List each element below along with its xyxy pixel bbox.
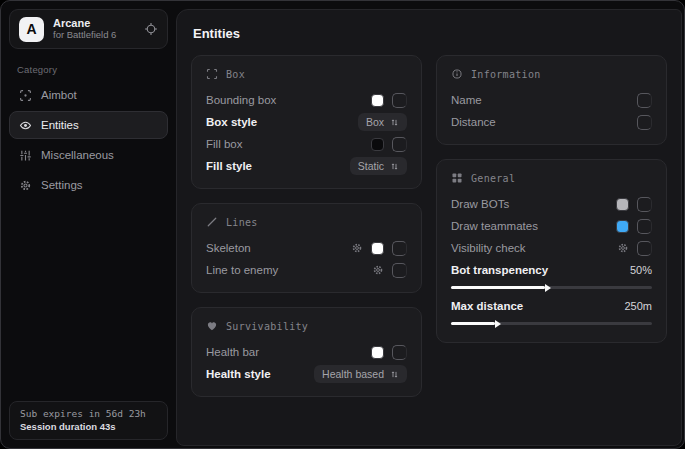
slider-value: 50% — [630, 264, 652, 276]
left-column: Box Bounding box Box style Box — [191, 55, 422, 397]
sub-expiry-text: Sub expires in 56d 23h — [20, 408, 157, 419]
color-swatch[interactable] — [371, 138, 384, 151]
setting-row-visibility-check: Visibility check — [451, 237, 652, 259]
sidebar-item-label: Settings — [41, 179, 83, 191]
setting-label: Bot transpenency — [451, 264, 548, 276]
sidebar-item-label: Entities — [41, 119, 79, 131]
brand-text: Arcane for Battlefield 6 — [53, 17, 135, 41]
color-swatch[interactable] — [616, 198, 629, 211]
general-section: General Draw BOTs Draw teammates — [436, 159, 667, 343]
updown-icon — [390, 370, 399, 379]
general-section-header: General — [451, 172, 652, 184]
bot-transparency-slider[interactable] — [451, 286, 652, 289]
page-title: Entities — [193, 26, 667, 41]
arcane-logo: A — [19, 17, 44, 42]
updown-icon — [390, 162, 399, 171]
brand-subtitle: for Battlefield 6 — [53, 30, 135, 41]
setting-label: Distance — [451, 116, 496, 128]
color-swatch[interactable] — [616, 220, 629, 233]
setting-label: Line to enemy — [206, 264, 278, 276]
sidebar-item-settings[interactable]: Settings — [9, 171, 168, 199]
brand-card: A Arcane for Battlefield 6 — [9, 9, 168, 49]
checkbox[interactable] — [392, 263, 407, 278]
color-swatch[interactable] — [371, 346, 384, 359]
setting-label: Box style — [206, 116, 257, 128]
checkbox[interactable] — [392, 345, 407, 360]
setting-label: Health bar — [206, 346, 259, 358]
checkbox[interactable] — [392, 93, 407, 108]
setting-row-health-style: Health style Health based — [206, 363, 407, 385]
gear-icon[interactable] — [372, 264, 384, 276]
survivability-section: Survivability Health bar Health style He… — [191, 307, 422, 397]
information-section-header: Information — [451, 68, 652, 80]
setting-row-distance: Distance — [451, 111, 652, 133]
slider-fill — [451, 322, 495, 325]
setting-label: Max distance — [451, 300, 523, 312]
section-title: Box — [226, 69, 245, 80]
setting-label: Draw teammates — [451, 220, 538, 232]
setting-label: Health style — [206, 368, 271, 380]
color-swatch[interactable] — [371, 94, 384, 107]
select-value: Box — [366, 116, 384, 128]
setting-label: Visibility check — [451, 242, 526, 254]
checkbox[interactable] — [637, 197, 652, 212]
checkbox[interactable] — [637, 241, 652, 256]
setting-label: Draw BOTs — [451, 198, 509, 210]
setting-row-bounding-box: Bounding box — [206, 89, 407, 111]
setting-row-max-distance: Max distance 250m — [451, 295, 652, 317]
sliders-icon — [19, 149, 32, 162]
setting-row-skeleton: Skeleton — [206, 237, 407, 259]
setting-row-health-bar: Health bar — [206, 341, 407, 363]
fill-style-select[interactable]: Static — [350, 157, 407, 175]
setting-label: Name — [451, 94, 482, 106]
setting-row-bot-transparency: Bot transpenency 50% — [451, 259, 652, 281]
gear-icon[interactable] — [617, 242, 629, 254]
checkbox[interactable] — [392, 241, 407, 256]
sidebar-item-label: Miscellaneous — [41, 149, 114, 161]
setting-row-box-style: Box style Box — [206, 111, 407, 133]
information-section: Information Name Distance — [436, 55, 667, 145]
color-swatch[interactable] — [371, 242, 384, 255]
session-duration-text: Session duration 43s — [20, 421, 157, 432]
slider-fill — [451, 286, 545, 289]
information-icon — [451, 68, 463, 80]
sidebar-item-miscellaneous[interactable]: Miscellaneous — [9, 141, 168, 169]
crosshair-icon[interactable] — [144, 22, 158, 36]
checkbox[interactable] — [637, 219, 652, 234]
setting-row-line-to-enemy: Line to enemy — [206, 259, 407, 281]
lines-section: Lines Skeleton — [191, 203, 422, 293]
category-label: Category — [17, 64, 168, 75]
sidebar-item-aimbot[interactable]: Aimbot — [9, 81, 168, 109]
updown-icon — [390, 118, 399, 127]
section-title: Lines — [226, 217, 258, 228]
health-style-select[interactable]: Health based — [314, 365, 407, 383]
sidebar: A Arcane for Battlefield 6 Category — [1, 1, 176, 448]
sidebar-item-entities[interactable]: Entities — [9, 111, 168, 139]
right-column: Information Name Distance — [436, 55, 667, 397]
brand-title: Arcane — [53, 17, 135, 30]
checkbox[interactable] — [637, 93, 652, 108]
box-corners-icon — [206, 68, 218, 80]
section-title: Information — [471, 69, 541, 80]
setting-label: Bounding box — [206, 94, 276, 106]
box-style-select[interactable]: Box — [358, 113, 407, 131]
setting-row-draw-bots: Draw BOTs — [451, 193, 652, 215]
sidebar-item-label: Aimbot — [41, 89, 77, 101]
setting-label: Skeleton — [206, 242, 251, 254]
lines-section-header: Lines — [206, 216, 407, 228]
select-value: Static — [358, 160, 384, 172]
setting-row-name: Name — [451, 89, 652, 111]
entities-icon — [19, 119, 32, 132]
setting-label: Fill box — [206, 138, 242, 150]
checkbox[interactable] — [392, 137, 407, 152]
subscription-info: Sub expires in 56d 23h Session duration … — [9, 401, 168, 440]
select-value: Health based — [322, 368, 384, 380]
survivability-section-header: Survivability — [206, 320, 407, 332]
sidebar-nav: Aimbot Entities Miscella — [9, 81, 168, 199]
section-title: Survivability — [226, 321, 308, 332]
checkbox[interactable] — [637, 115, 652, 130]
setting-row-fill-box: Fill box — [206, 133, 407, 155]
gear-icon[interactable] — [351, 242, 363, 254]
general-icon — [451, 172, 463, 184]
max-distance-slider[interactable] — [451, 322, 652, 325]
